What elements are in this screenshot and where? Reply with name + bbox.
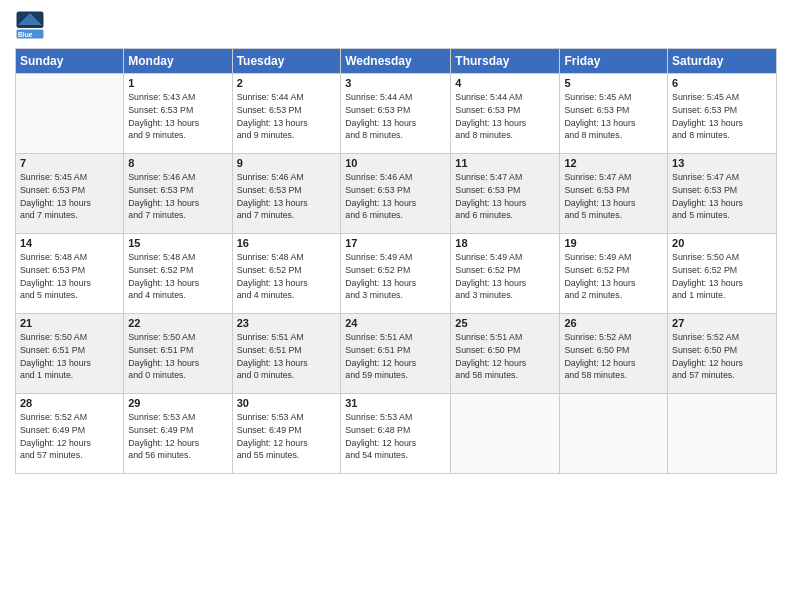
day-number: 12 — [564, 157, 663, 169]
day-info: Sunrise: 5:43 AM Sunset: 6:53 PM Dayligh… — [128, 91, 227, 142]
calendar-cell: 5Sunrise: 5:45 AM Sunset: 6:53 PM Daylig… — [560, 74, 668, 154]
logo: Blue — [15, 10, 49, 40]
day-number: 14 — [20, 237, 119, 249]
header: Blue — [15, 10, 777, 40]
calendar-cell — [560, 394, 668, 474]
weekday-header-tuesday: Tuesday — [232, 49, 341, 74]
page-container: Blue SundayMondayTuesdayWednesdayThursda… — [0, 0, 792, 484]
calendar-cell: 2Sunrise: 5:44 AM Sunset: 6:53 PM Daylig… — [232, 74, 341, 154]
day-info: Sunrise: 5:47 AM Sunset: 6:53 PM Dayligh… — [672, 171, 772, 222]
weekday-header-sunday: Sunday — [16, 49, 124, 74]
day-info: Sunrise: 5:52 AM Sunset: 6:50 PM Dayligh… — [672, 331, 772, 382]
day-info: Sunrise: 5:44 AM Sunset: 6:53 PM Dayligh… — [237, 91, 337, 142]
day-number: 26 — [564, 317, 663, 329]
calendar-cell: 10Sunrise: 5:46 AM Sunset: 6:53 PM Dayli… — [341, 154, 451, 234]
calendar-cell: 31Sunrise: 5:53 AM Sunset: 6:48 PM Dayli… — [341, 394, 451, 474]
calendar-cell: 3Sunrise: 5:44 AM Sunset: 6:53 PM Daylig… — [341, 74, 451, 154]
calendar-cell: 25Sunrise: 5:51 AM Sunset: 6:50 PM Dayli… — [451, 314, 560, 394]
day-number: 28 — [20, 397, 119, 409]
day-number: 19 — [564, 237, 663, 249]
calendar-week-row: 1Sunrise: 5:43 AM Sunset: 6:53 PM Daylig… — [16, 74, 777, 154]
day-number: 22 — [128, 317, 227, 329]
calendar-cell: 23Sunrise: 5:51 AM Sunset: 6:51 PM Dayli… — [232, 314, 341, 394]
day-info: Sunrise: 5:44 AM Sunset: 6:53 PM Dayligh… — [345, 91, 446, 142]
day-info: Sunrise: 5:51 AM Sunset: 6:51 PM Dayligh… — [237, 331, 337, 382]
weekday-header-thursday: Thursday — [451, 49, 560, 74]
day-info: Sunrise: 5:51 AM Sunset: 6:50 PM Dayligh… — [455, 331, 555, 382]
calendar-cell: 8Sunrise: 5:46 AM Sunset: 6:53 PM Daylig… — [124, 154, 232, 234]
calendar-week-row: 21Sunrise: 5:50 AM Sunset: 6:51 PM Dayli… — [16, 314, 777, 394]
day-info: Sunrise: 5:46 AM Sunset: 6:53 PM Dayligh… — [128, 171, 227, 222]
day-info: Sunrise: 5:45 AM Sunset: 6:53 PM Dayligh… — [672, 91, 772, 142]
day-info: Sunrise: 5:47 AM Sunset: 6:53 PM Dayligh… — [455, 171, 555, 222]
day-info: Sunrise: 5:49 AM Sunset: 6:52 PM Dayligh… — [345, 251, 446, 302]
calendar-cell: 27Sunrise: 5:52 AM Sunset: 6:50 PM Dayli… — [668, 314, 777, 394]
day-number: 21 — [20, 317, 119, 329]
calendar-week-row: 14Sunrise: 5:48 AM Sunset: 6:53 PM Dayli… — [16, 234, 777, 314]
day-number: 13 — [672, 157, 772, 169]
day-number: 29 — [128, 397, 227, 409]
day-info: Sunrise: 5:45 AM Sunset: 6:53 PM Dayligh… — [20, 171, 119, 222]
calendar-cell: 22Sunrise: 5:50 AM Sunset: 6:51 PM Dayli… — [124, 314, 232, 394]
day-number: 3 — [345, 77, 446, 89]
calendar-table: SundayMondayTuesdayWednesdayThursdayFrid… — [15, 48, 777, 474]
day-info: Sunrise: 5:46 AM Sunset: 6:53 PM Dayligh… — [237, 171, 337, 222]
day-info: Sunrise: 5:48 AM Sunset: 6:52 PM Dayligh… — [128, 251, 227, 302]
calendar-header-row: SundayMondayTuesdayWednesdayThursdayFrid… — [16, 49, 777, 74]
day-number: 20 — [672, 237, 772, 249]
day-number: 23 — [237, 317, 337, 329]
day-number: 31 — [345, 397, 446, 409]
day-number: 2 — [237, 77, 337, 89]
calendar-cell: 24Sunrise: 5:51 AM Sunset: 6:51 PM Dayli… — [341, 314, 451, 394]
calendar-cell — [668, 394, 777, 474]
calendar-cell: 19Sunrise: 5:49 AM Sunset: 6:52 PM Dayli… — [560, 234, 668, 314]
calendar-cell: 16Sunrise: 5:48 AM Sunset: 6:52 PM Dayli… — [232, 234, 341, 314]
day-info: Sunrise: 5:44 AM Sunset: 6:53 PM Dayligh… — [455, 91, 555, 142]
calendar-cell: 21Sunrise: 5:50 AM Sunset: 6:51 PM Dayli… — [16, 314, 124, 394]
calendar-cell: 6Sunrise: 5:45 AM Sunset: 6:53 PM Daylig… — [668, 74, 777, 154]
calendar-cell: 26Sunrise: 5:52 AM Sunset: 6:50 PM Dayli… — [560, 314, 668, 394]
logo-icon: Blue — [15, 10, 45, 40]
day-number: 30 — [237, 397, 337, 409]
weekday-header-wednesday: Wednesday — [341, 49, 451, 74]
day-number: 15 — [128, 237, 227, 249]
calendar-cell: 12Sunrise: 5:47 AM Sunset: 6:53 PM Dayli… — [560, 154, 668, 234]
day-info: Sunrise: 5:47 AM Sunset: 6:53 PM Dayligh… — [564, 171, 663, 222]
day-number: 4 — [455, 77, 555, 89]
calendar-cell: 9Sunrise: 5:46 AM Sunset: 6:53 PM Daylig… — [232, 154, 341, 234]
day-info: Sunrise: 5:53 AM Sunset: 6:49 PM Dayligh… — [237, 411, 337, 462]
calendar-week-row: 7Sunrise: 5:45 AM Sunset: 6:53 PM Daylig… — [16, 154, 777, 234]
day-info: Sunrise: 5:52 AM Sunset: 6:50 PM Dayligh… — [564, 331, 663, 382]
weekday-header-saturday: Saturday — [668, 49, 777, 74]
svg-text:Blue: Blue — [18, 31, 33, 38]
day-info: Sunrise: 5:50 AM Sunset: 6:51 PM Dayligh… — [20, 331, 119, 382]
day-number: 11 — [455, 157, 555, 169]
calendar-cell: 11Sunrise: 5:47 AM Sunset: 6:53 PM Dayli… — [451, 154, 560, 234]
day-number: 24 — [345, 317, 446, 329]
day-info: Sunrise: 5:50 AM Sunset: 6:51 PM Dayligh… — [128, 331, 227, 382]
day-info: Sunrise: 5:52 AM Sunset: 6:49 PM Dayligh… — [20, 411, 119, 462]
day-info: Sunrise: 5:51 AM Sunset: 6:51 PM Dayligh… — [345, 331, 446, 382]
day-info: Sunrise: 5:48 AM Sunset: 6:52 PM Dayligh… — [237, 251, 337, 302]
calendar-cell — [16, 74, 124, 154]
calendar-cell: 7Sunrise: 5:45 AM Sunset: 6:53 PM Daylig… — [16, 154, 124, 234]
day-number: 8 — [128, 157, 227, 169]
calendar-cell: 14Sunrise: 5:48 AM Sunset: 6:53 PM Dayli… — [16, 234, 124, 314]
calendar-cell: 15Sunrise: 5:48 AM Sunset: 6:52 PM Dayli… — [124, 234, 232, 314]
weekday-header-monday: Monday — [124, 49, 232, 74]
day-number: 10 — [345, 157, 446, 169]
day-info: Sunrise: 5:53 AM Sunset: 6:48 PM Dayligh… — [345, 411, 446, 462]
day-number: 17 — [345, 237, 446, 249]
day-info: Sunrise: 5:53 AM Sunset: 6:49 PM Dayligh… — [128, 411, 227, 462]
day-info: Sunrise: 5:48 AM Sunset: 6:53 PM Dayligh… — [20, 251, 119, 302]
calendar-cell: 13Sunrise: 5:47 AM Sunset: 6:53 PM Dayli… — [668, 154, 777, 234]
calendar-cell: 28Sunrise: 5:52 AM Sunset: 6:49 PM Dayli… — [16, 394, 124, 474]
day-number: 6 — [672, 77, 772, 89]
calendar-cell: 17Sunrise: 5:49 AM Sunset: 6:52 PM Dayli… — [341, 234, 451, 314]
weekday-header-friday: Friday — [560, 49, 668, 74]
calendar-cell: 4Sunrise: 5:44 AM Sunset: 6:53 PM Daylig… — [451, 74, 560, 154]
day-number: 5 — [564, 77, 663, 89]
calendar-cell: 29Sunrise: 5:53 AM Sunset: 6:49 PM Dayli… — [124, 394, 232, 474]
calendar-cell: 20Sunrise: 5:50 AM Sunset: 6:52 PM Dayli… — [668, 234, 777, 314]
calendar-cell: 30Sunrise: 5:53 AM Sunset: 6:49 PM Dayli… — [232, 394, 341, 474]
